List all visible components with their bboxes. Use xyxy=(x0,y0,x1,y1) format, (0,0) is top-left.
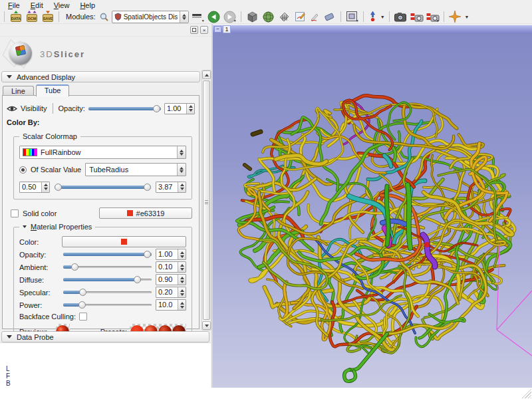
solid-color-swatch xyxy=(127,210,133,216)
solid-color-checkbox[interactable] xyxy=(11,209,19,217)
slicer-logo-text: 3DSlicer xyxy=(40,49,85,59)
layout-icon[interactable]: ▼ xyxy=(345,10,359,23)
material-specular-spinbox[interactable]: 0.20 xyxy=(156,287,186,298)
backface-culling-label: Backface Culling: xyxy=(19,313,76,321)
opacity-slider[interactable] xyxy=(88,104,161,113)
measure-pencil-icon[interactable] xyxy=(309,10,321,23)
material-row-label: Ambient: xyxy=(19,263,59,271)
crosshair-icon[interactable] xyxy=(368,10,378,23)
toolbar-separator xyxy=(389,11,390,22)
module-selector[interactable]: SpatialObjects Display xyxy=(112,11,189,23)
visibility-eye-icon xyxy=(7,105,17,112)
data-probe-title: Data Probe xyxy=(17,333,54,341)
scrollbar-thumb[interactable] xyxy=(203,80,210,320)
center-view-star-icon[interactable] xyxy=(448,10,462,23)
scalar-range-max-spinbox[interactable]: 3.87 xyxy=(156,182,186,193)
threed-view-controller-bar[interactable]: − 1 xyxy=(213,25,532,33)
threed-viewport[interactable] xyxy=(213,33,532,388)
back-icon[interactable] xyxy=(207,10,221,23)
svg-text:DCM: DCM xyxy=(27,17,36,21)
material-opacity-slider[interactable] xyxy=(63,250,152,259)
menu-view[interactable]: View xyxy=(49,1,75,9)
tab-line[interactable]: Line xyxy=(3,86,34,96)
data-probe-area: L F B xyxy=(0,342,211,388)
scene-view-restore-icon[interactable]: ▼ xyxy=(426,10,440,23)
toolbar-separator xyxy=(241,11,241,22)
save-icon[interactable]: SAVE xyxy=(41,10,55,23)
main-area: × 3DSlicer Advanced Display Line xyxy=(0,24,532,388)
collapse-triangle-icon xyxy=(7,75,12,78)
material-power-spinbox[interactable]: 10.0 xyxy=(156,299,186,311)
material-ambient-slider[interactable] xyxy=(63,263,152,271)
visibility-label[interactable]: Visibility xyxy=(21,104,47,112)
view-collapse-icon[interactable]: − xyxy=(214,26,221,33)
menu-help[interactable]: Help xyxy=(74,1,100,9)
scalar-range-slider[interactable] xyxy=(55,183,151,192)
material-row-label: Power: xyxy=(19,301,59,309)
orientation-label-b: B xyxy=(6,380,11,387)
slicer-logo: 3DSlicer xyxy=(4,39,85,69)
scalar-range-min-spinbox[interactable]: 0.50 xyxy=(19,182,50,193)
slicer-logo-icon xyxy=(4,39,35,68)
solid-color-label: Solid color xyxy=(23,209,57,217)
combo-arrows[interactable] xyxy=(180,11,188,23)
collapse-triangle-icon[interactable] xyxy=(23,225,27,228)
extensions-cube-icon[interactable] xyxy=(245,10,259,23)
module-scroll-area: Advanced Display Line Tube Visibility Op… xyxy=(0,70,201,331)
advanced-display-title: Advanced Display xyxy=(17,73,75,81)
display-tabs: Line Tube xyxy=(3,84,71,96)
data-probe-section-header[interactable]: Data Probe xyxy=(1,331,209,342)
status-bar xyxy=(0,388,532,399)
material-ambient-spinbox[interactable]: 0.10 xyxy=(156,261,186,273)
material-diffuse-slider[interactable] xyxy=(63,275,152,284)
center-view-dropdown-arrow[interactable]: ▼ xyxy=(465,15,469,23)
material-specular-slider[interactable] xyxy=(63,288,152,297)
colormap-selector[interactable]: FullRainbow xyxy=(19,146,186,159)
scene-view-capture-icon[interactable] xyxy=(410,10,424,23)
material-power-slider[interactable] xyxy=(63,301,152,309)
toolbar-separator xyxy=(59,11,59,22)
forward-icon[interactable]: ▼ xyxy=(223,10,237,23)
view-id-label: 1 xyxy=(223,25,231,33)
scalar-selector[interactable]: TubeRadius xyxy=(85,163,186,176)
backface-culling-checkbox[interactable] xyxy=(79,313,87,321)
rainbow-colormap-icon xyxy=(23,148,37,156)
screenshot-icon[interactable] xyxy=(394,10,408,23)
panel-close-icon[interactable]: × xyxy=(200,26,208,34)
advanced-display-section-header[interactable]: Advanced Display xyxy=(1,71,200,82)
module-history-icon[interactable]: ▼ xyxy=(191,10,205,23)
panel-dock-header: × xyxy=(0,24,211,37)
orientation-label-l: L xyxy=(6,365,10,372)
modules-label: Modules: xyxy=(66,13,96,21)
eraser-icon[interactable] xyxy=(323,10,336,23)
opacity-label: Opacity: xyxy=(59,104,85,112)
svg-text:DATA: DATA xyxy=(11,17,20,21)
material-opacity-spinbox[interactable]: 1.00 xyxy=(156,249,186,260)
module-search-icon[interactable] xyxy=(99,10,110,23)
toolbar-separator xyxy=(444,11,444,22)
slicer-window: File Edit View Help DATA DCM SAVE Module… xyxy=(0,0,532,399)
volume-sphere-icon[interactable] xyxy=(261,10,275,23)
color-by-label: Color By: xyxy=(7,118,40,126)
menu-file[interactable]: File xyxy=(3,1,25,9)
load-data-icon[interactable]: DATA xyxy=(9,10,23,23)
toolbar-separator xyxy=(363,11,364,22)
load-dicom-icon[interactable]: DCM xyxy=(25,10,39,23)
size-grip-icon[interactable] xyxy=(521,389,531,398)
annotation-page-icon[interactable] xyxy=(293,10,307,23)
material-color-button[interactable] xyxy=(62,236,186,247)
panel-scrollbar[interactable] xyxy=(201,70,211,331)
opacity-spinbox[interactable]: 1.00 xyxy=(164,103,195,114)
tab-tube[interactable]: Tube xyxy=(36,84,70,96)
menu-edit[interactable]: Edit xyxy=(25,1,49,9)
scroll-down-icon[interactable] xyxy=(202,321,211,330)
scroll-up-icon[interactable] xyxy=(202,70,211,79)
of-scalar-value-radio[interactable] xyxy=(19,166,27,174)
panel-float-icon[interactable] xyxy=(190,26,198,34)
v-separator xyxy=(53,103,53,114)
ruler-grid-icon[interactable] xyxy=(277,10,291,23)
toolbar-separator xyxy=(340,11,341,22)
solid-color-button[interactable]: #e63319 xyxy=(99,207,192,219)
material-diffuse-spinbox[interactable]: 0.90 xyxy=(156,274,186,285)
crosshair-dropdown-arrow[interactable]: ▼ xyxy=(380,15,385,23)
